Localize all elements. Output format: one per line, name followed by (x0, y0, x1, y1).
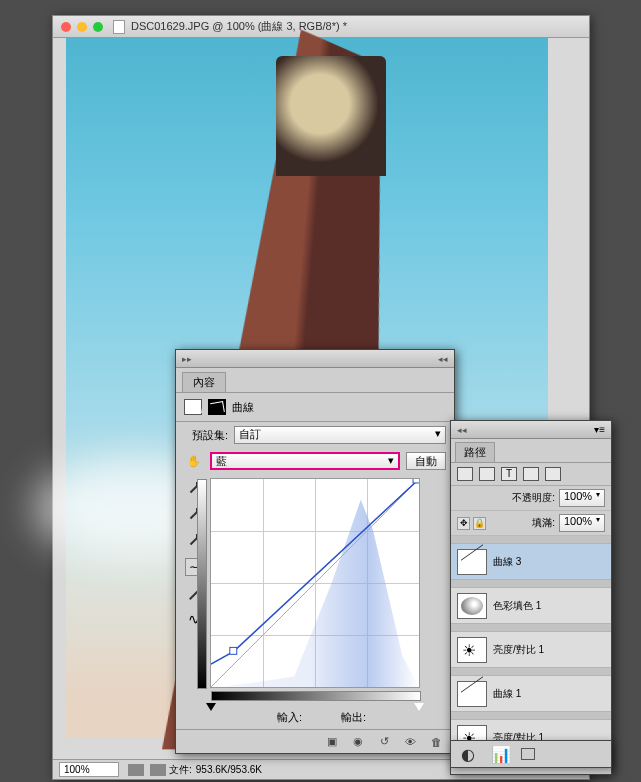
white-point-slider[interactable] (414, 703, 424, 711)
titlebar[interactable]: DSC01629.JPG @ 100% (曲線 3, RGB/8*) * (53, 16, 589, 38)
trash-icon[interactable]: 🗑 (428, 735, 444, 749)
layer-thumb-icon[interactable] (457, 637, 487, 663)
close-icon[interactable] (61, 22, 71, 32)
layer-thumb-icon[interactable] (457, 681, 487, 707)
tab-properties[interactable]: 內容 (182, 372, 226, 392)
status-icon[interactable] (128, 764, 144, 776)
curve-path[interactable] (211, 479, 419, 664)
view-previous-icon[interactable]: ◉ (350, 735, 366, 749)
mask-mode-icon[interactable] (184, 399, 202, 415)
preset-select[interactable]: 自訂 ▾ (234, 426, 446, 444)
channel-select[interactable]: 藍 ▾ (210, 452, 400, 470)
fill-label: 填滿: (532, 516, 555, 530)
baseline (211, 479, 419, 687)
black-point-slider[interactable] (206, 703, 216, 711)
tab-paths[interactable]: 路徑 (455, 442, 495, 462)
layer-thumb-icon[interactable] (457, 593, 487, 619)
panel-header[interactable]: ▸▸ ◂◂ (176, 350, 454, 368)
layer-divider (451, 668, 611, 676)
filter-smart-icon[interactable] (545, 467, 561, 481)
image-content (276, 56, 386, 176)
layer-item[interactable]: 曲線 1 (451, 676, 611, 712)
lock-all-icon[interactable]: 🔒 (473, 517, 486, 530)
filter-icons-row: T (451, 463, 611, 486)
filter-pixel-icon[interactable] (457, 467, 473, 481)
opacity-label: 不透明度: (512, 491, 555, 505)
layers-icon[interactable] (521, 748, 535, 760)
collapse-icon[interactable]: ◂◂ (438, 354, 448, 364)
file-size-value: 953.6K/953.6K (196, 764, 262, 775)
layer-label[interactable]: 亮度/對比 1 (493, 643, 544, 657)
lock-move-icon[interactable]: ✥ (457, 517, 470, 530)
layer-list: 曲線 3 色彩填色 1 亮度/對比 1 曲線 1 亮度/對比 1 (451, 536, 611, 756)
layer-divider (451, 536, 611, 544)
status-icon[interactable] (150, 764, 166, 776)
curve-point[interactable] (413, 479, 419, 483)
layers-panel: ◂◂ ▾≡ 路徑 T 不透明度: 100%▾ ✥ 🔒 填滿: 100%▾ 曲線 … (450, 420, 612, 775)
hand-tool-icon[interactable]: ✋ (184, 455, 204, 468)
auto-button[interactable]: 自動 (406, 452, 446, 470)
histogram-icon[interactable]: 📊 (491, 746, 511, 762)
minimize-icon[interactable] (77, 22, 87, 32)
layer-label[interactable]: 色彩填色 1 (493, 599, 541, 613)
lock-icons: ✥ 🔒 (457, 517, 486, 530)
filter-adjust-icon[interactable] (479, 467, 495, 481)
layer-thumb-icon[interactable] (457, 549, 487, 575)
input-label: 輸入: (277, 710, 311, 725)
preset-label: 預設集: (184, 428, 228, 443)
filter-shape-icon[interactable] (523, 467, 539, 481)
adjustments-icon[interactable]: ◐ (461, 746, 481, 762)
clip-to-layer-icon[interactable]: ▣ (324, 735, 340, 749)
output-label: 輸出: (341, 710, 375, 725)
panel-menu-icon[interactable]: ▾≡ (594, 424, 605, 435)
layer-divider (451, 580, 611, 588)
opacity-field[interactable]: 100%▾ (559, 489, 605, 507)
channel-row: ✋ 藍 ▾ 自動 (176, 448, 454, 474)
lock-fill-row: ✥ 🔒 填滿: 100%▾ (451, 511, 611, 536)
curve-svg[interactable] (211, 479, 419, 687)
curve-graph[interactable] (210, 478, 420, 688)
collapse-icon[interactable]: ▸▸ (182, 354, 192, 364)
window-controls (61, 22, 103, 32)
properties-panel: ▸▸ ◂◂ 內容 曲線 預設集: 自訂 ▾ ✋ 藍 ▾ 自動 ∼ (175, 349, 455, 754)
history-panel-tabs: ◐ 📊 (450, 740, 612, 768)
curves-editor: ∼ (176, 474, 454, 690)
file-size-label: 文件: (169, 763, 192, 777)
zoom-icon[interactable] (93, 22, 103, 32)
panel-footer: ▣ ◉ ↺ 👁 🗑 (176, 729, 454, 753)
fill-field[interactable]: 100%▾ (559, 514, 605, 532)
curves-icon[interactable] (208, 399, 226, 415)
layer-item[interactable]: 亮度/對比 1 (451, 632, 611, 668)
panel-header[interactable]: ◂◂ ▾≡ (451, 421, 611, 439)
visibility-icon[interactable]: 👁 (402, 735, 418, 749)
document-icon (113, 20, 125, 34)
layer-item[interactable]: 色彩填色 1 (451, 588, 611, 624)
opacity-row: 不透明度: 100%▾ (451, 486, 611, 511)
reset-icon[interactable]: ↺ (376, 735, 392, 749)
layer-item[interactable]: 曲線 3 (451, 544, 611, 580)
zoom-field[interactable]: 100% (59, 762, 119, 777)
panel-tabs: 路徑 (451, 439, 611, 463)
output-gradient (197, 479, 207, 689)
preset-row: 預設集: 自訂 ▾ (176, 422, 454, 448)
layer-label[interactable]: 曲線 1 (493, 687, 521, 701)
adjustment-header: 曲線 (176, 392, 454, 422)
layer-label[interactable]: 曲線 3 (493, 555, 521, 569)
panel-tabs: 內容 (176, 368, 454, 392)
adjustment-title: 曲線 (232, 400, 254, 415)
window-title: DSC01629.JPG @ 100% (曲線 3, RGB/8*) * (131, 19, 347, 34)
collapse-icon[interactable]: ◂◂ (457, 425, 467, 435)
layer-divider (451, 624, 611, 632)
curve-point[interactable] (230, 647, 237, 654)
filter-type-icon[interactable]: T (501, 467, 517, 481)
layer-divider (451, 712, 611, 720)
input-gradient (211, 691, 421, 701)
